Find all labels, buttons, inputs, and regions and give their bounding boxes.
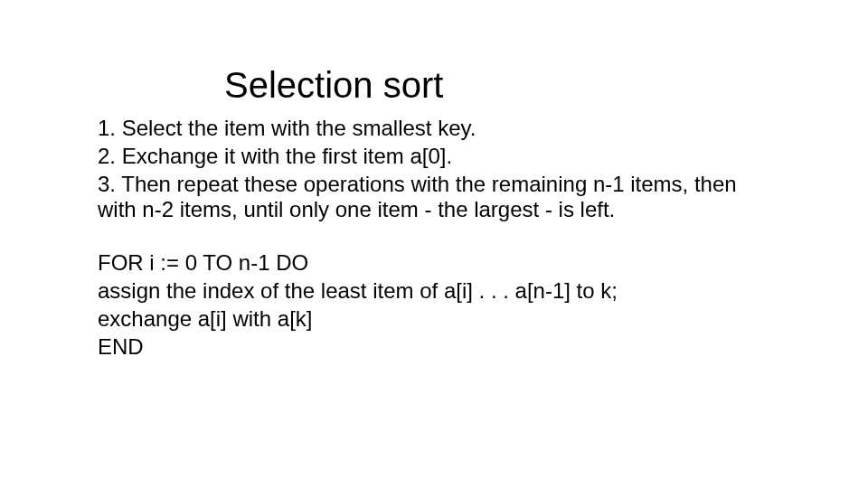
spacer [98,225,767,250]
slide-body: 1. Select the item with the smallest key… [98,116,767,361]
pseudocode-line-4: END [98,334,767,361]
slide: Selection sort 1. Select the item with t… [0,0,868,488]
step-3: 3. Then repeat these operations with the… [98,172,767,224]
step-1: 1. Select the item with the smallest key… [98,116,767,142]
pseudocode-line-2: assign the index of the least item of a[… [98,278,767,305]
pseudocode-line-1: FOR i := 0 TO n-1 DO [98,250,767,277]
step-2: 2. Exchange it with the first item a[0]. [98,144,767,170]
pseudocode-line-3: exchange a[i] with a[k] [98,306,767,333]
slide-title: Selection sort [224,65,443,106]
